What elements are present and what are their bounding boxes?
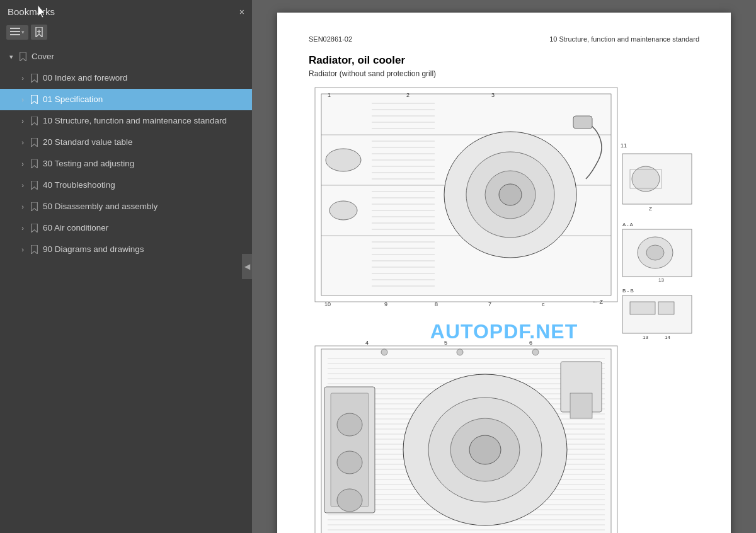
pdf-page: SEN02861-02 10 Structure, function and m… <box>277 13 731 533</box>
svg-text:4: 4 <box>365 340 369 346</box>
svg-rect-121 <box>570 393 592 418</box>
close-button[interactable]: × <box>239 7 244 17</box>
expand-arrow-icon: › <box>18 95 28 105</box>
svg-rect-43 <box>573 116 592 129</box>
pdf-sub-title: Radiator (without sand protection grill) <box>309 69 699 78</box>
expand-arrow-icon: › <box>18 137 28 147</box>
svg-point-51 <box>632 166 660 192</box>
expand-arrow-icon: › <box>18 73 28 83</box>
expand-arrow-icon: › <box>18 180 28 190</box>
bookmark-label: 30 Testing and adjusting <box>43 158 246 169</box>
bookmark-label: 60 Air conditioner <box>43 222 246 234</box>
svg-text:5: 5 <box>444 340 447 346</box>
bookmark-icon <box>18 52 28 62</box>
bookmark-item-00-index[interactable]: › 00 Index and foreword <box>0 67 252 89</box>
bookmark-label: 01 Specification <box>43 94 246 105</box>
expand-arrow-icon: › <box>18 116 28 126</box>
bookmark-label: 10 Structure, function and maintenance s… <box>43 115 246 127</box>
svg-point-15 <box>499 184 522 205</box>
svg-point-123 <box>457 349 463 355</box>
bookmark-add-icon <box>35 27 43 37</box>
svg-text:3: 3 <box>491 92 495 98</box>
bookmark-item-90-diagrams[interactable]: › 90 Diagrams and drawings <box>0 239 252 260</box>
expand-arrow-icon: ▾ <box>6 52 16 62</box>
svg-text:11: 11 <box>621 142 627 149</box>
bookmark-icon <box>29 116 39 126</box>
svg-point-114 <box>337 451 362 474</box>
pdf-main-title: Radiator, oil cooler <box>309 54 699 67</box>
expand-arrow-icon: › <box>18 159 28 169</box>
svg-rect-1 <box>10 31 20 32</box>
svg-point-11 <box>329 201 357 220</box>
technical-drawing-svg: 10 9 8 7 c 11 Z A - A <box>309 84 699 533</box>
svg-text:2: 2 <box>406 92 410 98</box>
dropdown-arrow-icon: ▾ <box>21 29 25 35</box>
svg-point-115 <box>337 489 362 512</box>
bookmark-item-30-testing[interactable]: › 30 Testing and adjusting <box>0 153 252 175</box>
bookmark-item-50-disassembly[interactable]: › 50 Disassembly and assembly <box>0 196 252 217</box>
sidebar-title: Bookmarks <box>8 6 55 17</box>
bookmark-label: 50 Disassembly and assembly <box>43 201 246 212</box>
bookmark-icon <box>29 95 39 105</box>
bookmark-label: Cover <box>32 51 246 62</box>
bookmark-item-60-air[interactable]: › 60 Air conditioner <box>0 217 252 239</box>
svg-text:13: 13 <box>643 335 648 340</box>
bookmark-label: 00 Index and foreword <box>43 72 246 84</box>
expand-arrow-icon: › <box>18 202 28 212</box>
chevron-left-icon: ◀ <box>244 262 250 271</box>
svg-text:14: 14 <box>665 335 670 340</box>
bookmark-icon <box>29 73 39 83</box>
bookmark-label: 40 Troubleshooting <box>43 180 246 191</box>
bookmark-icon <box>29 202 39 212</box>
technical-drawing-container: AUTOPDF.NET <box>309 84 699 533</box>
sidebar-header: Bookmarks × <box>0 0 252 22</box>
expand-arrow-icon: › <box>18 223 28 233</box>
svg-text:A - A: A - A <box>622 222 634 227</box>
svg-point-122 <box>381 349 387 355</box>
svg-text:7: 7 <box>488 301 491 307</box>
svg-rect-0 <box>10 28 20 29</box>
bookmark-label: 90 Diagrams and drawings <box>43 244 246 255</box>
svg-text:13: 13 <box>658 277 664 283</box>
svg-text:c: c <box>542 301 545 307</box>
bookmarks-sidebar: Bookmarks × ▾ <box>0 0 252 533</box>
bookmark-label: 20 Standard value table <box>43 137 246 148</box>
pdf-doc-id: SEN02861-02 <box>309 35 352 43</box>
svg-text:10: 10 <box>324 301 331 307</box>
sidebar-collapse-button[interactable]: ◀ <box>242 254 252 279</box>
svg-text:Z: Z <box>649 206 652 212</box>
svg-text:6: 6 <box>529 340 532 346</box>
svg-text:1: 1 <box>328 92 331 98</box>
pdf-title-section: Radiator, oil cooler Radiator (without s… <box>309 54 699 78</box>
svg-rect-62 <box>658 302 674 314</box>
svg-rect-61 <box>630 302 655 314</box>
svg-point-57 <box>646 245 664 260</box>
list-icon <box>10 28 20 37</box>
pdf-page-header: SEN02861-02 10 Structure, function and m… <box>309 35 699 43</box>
svg-rect-2 <box>10 34 20 35</box>
svg-text:← Z: ← Z <box>592 299 604 305</box>
bookmark-item-40-troubleshooting[interactable]: › 40 Troubleshooting <box>0 175 252 196</box>
view-options-button[interactable]: ▾ <box>6 25 28 40</box>
bookmark-item-10-structure[interactable]: › 10 Structure, function and maintenance… <box>0 110 252 132</box>
pdf-section-title: 10 Structure, function and maintenance s… <box>549 35 699 43</box>
svg-text:B - B: B - B <box>622 288 634 294</box>
bookmark-item-01-specification[interactable]: › 01 Specification <box>0 89 252 110</box>
bookmark-list: ▾ Cover› 00 Index and foreword› 01 Speci… <box>0 45 252 533</box>
bookmark-item-cover[interactable]: ▾ Cover <box>0 46 252 67</box>
svg-point-119 <box>469 435 501 464</box>
svg-text:8: 8 <box>435 301 438 307</box>
pdf-viewer[interactable]: SEN02861-02 10 Structure, function and m… <box>252 0 756 533</box>
new-bookmark-button[interactable] <box>31 25 47 40</box>
bookmark-icon <box>29 180 39 190</box>
sidebar-toolbar: ▾ <box>0 22 252 45</box>
bookmark-icon <box>29 137 39 147</box>
svg-point-10 <box>326 149 361 171</box>
bookmark-item-20-standard[interactable]: › 20 Standard value table <box>0 132 252 153</box>
svg-point-113 <box>337 413 362 436</box>
bookmark-icon <box>29 223 39 233</box>
bookmark-icon <box>29 159 39 169</box>
expand-arrow-icon: › <box>18 244 28 255</box>
bookmark-icon <box>29 244 39 255</box>
svg-point-124 <box>532 349 539 355</box>
